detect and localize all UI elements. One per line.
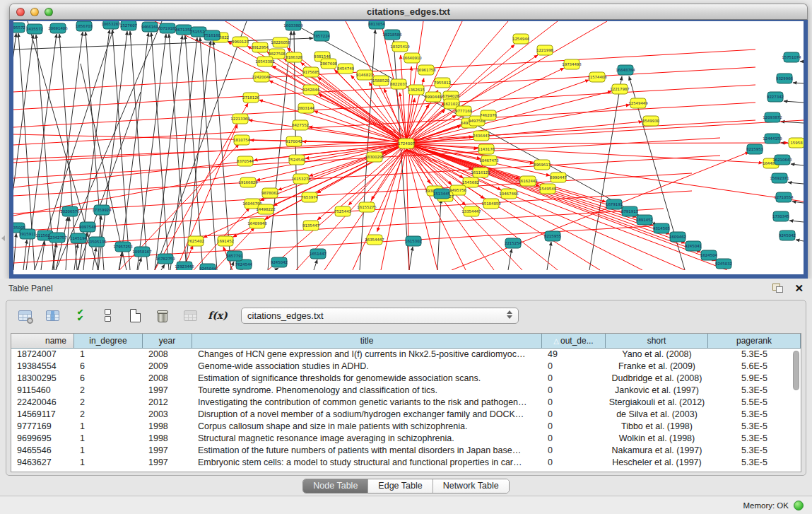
rows-icon[interactable] <box>99 307 116 324</box>
cell-name[interactable]: 9465546 <box>11 445 74 457</box>
table-row[interactable]: 946362711997Embryonic stem cells: a mode… <box>11 457 801 469</box>
cell-year[interactable]: 1997 <box>143 385 192 397</box>
cell-name[interactable]: 18724007 <box>11 349 74 361</box>
cell-short[interactable]: Nakamura et al. (1997) <box>606 445 708 457</box>
column-header-short[interactable]: short <box>606 334 708 349</box>
zoom-window-icon[interactable] <box>45 8 53 16</box>
cell-short[interactable]: Stergiakouli et al. (2012) <box>606 397 708 409</box>
close-window-icon[interactable] <box>16 8 25 16</box>
table-row[interactable]: 969969511998Structural magnetic resonanc… <box>11 433 801 445</box>
tab-network-table[interactable]: Network Table <box>433 479 509 493</box>
cell-out_degree[interactable]: 0 <box>542 361 606 373</box>
cell-title[interactable]: Disruption of a novel member of a sodium… <box>192 409 542 421</box>
cell-year[interactable]: 2012 <box>143 397 192 409</box>
cell-pagerank[interactable]: 5.6E-5 <box>708 361 801 373</box>
cell-pagerank[interactable]: 5.3E-5 <box>708 457 801 469</box>
cell-name[interactable]: 14569117 <box>11 409 74 421</box>
cell-title[interactable]: Corpus callosum shape and size in male p… <box>192 421 542 433</box>
cell-short[interactable]: Dudbridge et al. (2008) <box>606 373 708 385</box>
cell-name[interactable]: 9699695 <box>11 433 74 445</box>
cell-year[interactable]: 2008 <box>143 349 192 361</box>
column-header-year[interactable]: year <box>143 334 192 349</box>
cell-short[interactable]: Jankovic et al. (1997) <box>606 385 708 397</box>
table-row[interactable]: 946554611997Estimation of the future num… <box>11 445 801 457</box>
cell-year[interactable]: 2003 <box>143 409 192 421</box>
cell-in_degree[interactable]: 1 <box>74 457 143 469</box>
cell-out_degree[interactable]: 0 <box>542 397 606 409</box>
cell-short[interactable]: Wolkin et al. (1998) <box>606 433 708 445</box>
cell-in_degree[interactable]: 1 <box>74 445 143 457</box>
table-row[interactable]: 1830029562008Estimation of significance … <box>11 373 801 385</box>
cell-pagerank[interactable]: 5.3E-5 <box>708 421 801 433</box>
tab-node-table[interactable]: Node Table <box>303 479 368 493</box>
cell-short[interactable]: Franke et al. (2009) <box>606 361 708 373</box>
cell-in_degree[interactable]: 1 <box>74 349 143 361</box>
cell-short[interactable]: de Silva et al. (2003) <box>606 409 708 421</box>
table-row[interactable]: 977716911998Corpus callosum shape and si… <box>11 421 801 433</box>
column-header-title[interactable]: title <box>192 334 542 349</box>
cell-out_degree[interactable]: 0 <box>542 409 606 421</box>
cell-pagerank[interactable]: 5.3E-5 <box>708 445 801 457</box>
cell-pagerank[interactable]: 5.3E-5 <box>708 385 801 397</box>
column-visibility-icon[interactable] <box>44 307 61 324</box>
cell-year[interactable]: 1998 <box>143 421 192 433</box>
column-header-out_degree[interactable]: △out_de... <box>542 334 606 349</box>
table-scrollbar[interactable] <box>793 351 799 469</box>
cell-in_degree[interactable]: 6 <box>74 361 143 373</box>
table-row[interactable]: 2242004622012Investigating the contribut… <box>11 397 801 409</box>
cell-title[interactable]: Estimation of significance thresholds fo… <box>192 373 542 385</box>
cell-name[interactable]: 9463627 <box>11 457 74 469</box>
cell-short[interactable]: Hescheler et al. (1997) <box>606 457 708 469</box>
window-titlebar[interactable]: citations_edges.txt <box>9 4 808 20</box>
table-row[interactable]: 1938455462009Genome-wide association stu… <box>11 361 801 373</box>
column-header-in_degree[interactable]: in_degree <box>74 334 143 349</box>
cell-short[interactable]: Tibbo et al. (1998) <box>606 421 708 433</box>
collapsed-panel-arrow-icon[interactable] <box>1 235 5 241</box>
cell-in_degree[interactable]: 1 <box>74 421 143 433</box>
cell-title[interactable]: Investigating the contribution of common… <box>192 397 542 409</box>
cell-title[interactable]: Embryonic stem cells: a model to study s… <box>192 457 542 469</box>
table-row[interactable]: 911546021997Tourette syndrome. Phenomeno… <box>11 385 801 397</box>
cell-in_degree[interactable]: 1 <box>74 433 143 445</box>
cell-in_degree[interactable]: 2 <box>74 397 143 409</box>
cell-pagerank[interactable]: 5.5E-5 <box>708 397 801 409</box>
cell-name[interactable]: 9777169 <box>11 421 74 433</box>
cell-year[interactable]: 1997 <box>143 457 192 469</box>
cell-out_degree[interactable]: 0 <box>542 457 606 469</box>
cell-in_degree[interactable]: 2 <box>74 385 143 397</box>
close-panel-icon[interactable]: ✕ <box>794 284 804 293</box>
cell-pagerank[interactable]: 5.9E-5 <box>708 373 801 385</box>
table-row[interactable]: 1456911722003Disruption of a novel membe… <box>11 409 801 421</box>
cell-pagerank[interactable]: 5.3E-5 <box>708 409 801 421</box>
scrollbar-thumb[interactable] <box>793 351 799 390</box>
memory-ok-icon[interactable] <box>794 501 804 510</box>
cell-out_degree[interactable]: 0 <box>542 445 606 457</box>
cell-year[interactable]: 1998 <box>143 433 192 445</box>
cell-pagerank[interactable]: 5.3E-5 <box>708 349 801 361</box>
delete-icon[interactable] <box>154 307 171 324</box>
cell-title[interactable]: Changes of HCN gene expression and I(f) … <box>192 349 542 361</box>
table-selector-dropdown[interactable]: citations_edges.txt <box>241 308 519 324</box>
cell-name[interactable]: 18300295 <box>11 373 74 385</box>
cell-title[interactable]: Estimation of the future numbers of pati… <box>192 445 542 457</box>
float-window-icon[interactable] <box>772 284 783 293</box>
cell-title[interactable]: Genome-wide association studies in ADHD. <box>192 361 542 373</box>
network-canvas[interactable]: 1724007746382299601238912954182260589827… <box>13 21 804 270</box>
row-select-icon[interactable]: ✔✔ <box>71 307 88 324</box>
cell-out_degree[interactable]: 49 <box>542 349 606 361</box>
column-header-pagerank[interactable]: pagerank <box>708 334 801 349</box>
cell-short[interactable]: Yano et al. (2008) <box>606 349 708 361</box>
cell-year[interactable]: 2008 <box>143 373 192 385</box>
cell-title[interactable]: Tourette syndrome. Phenomenology and cla… <box>192 385 542 397</box>
column-header-name[interactable]: name <box>11 334 74 349</box>
cell-in_degree[interactable]: 2 <box>74 409 143 421</box>
cell-out_degree[interactable]: 0 <box>542 421 606 433</box>
cell-title[interactable]: Structural magnetic resonance image aver… <box>192 433 542 445</box>
cell-name[interactable]: 9115460 <box>11 385 74 397</box>
cell-name[interactable]: 22420046 <box>11 397 74 409</box>
cell-pagerank[interactable]: 5.3E-5 <box>708 433 801 445</box>
minimize-window-icon[interactable] <box>30 8 39 16</box>
table-settings-icon[interactable] <box>16 307 33 324</box>
cell-out_degree[interactable]: 0 <box>542 385 606 397</box>
table-row[interactable]: 1872400712008Changes of HCN gene express… <box>11 349 801 361</box>
